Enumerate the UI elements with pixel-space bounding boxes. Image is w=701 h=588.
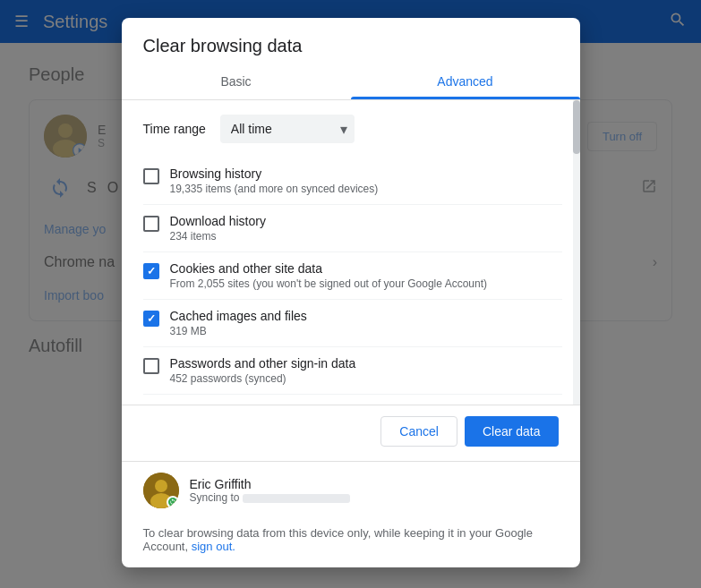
checkbox-passwords-label: Passwords and other sign-in data — [170, 356, 562, 371]
autofill-section: Autofill form data — [143, 395, 562, 405]
svg-point-4 — [155, 480, 167, 492]
checkbox-cookies: Cookies and other site data From 2,055 s… — [143, 252, 562, 300]
account-sync-text: Syncing to — [190, 491, 559, 504]
clear-data-button[interactable]: Clear data — [465, 416, 559, 447]
cancel-button[interactable]: Cancel — [380, 416, 457, 447]
account-name: Eric Griffith — [190, 477, 559, 491]
checkbox-browsing-history: Browsing history 19,335 items (and more … — [143, 158, 562, 205]
checkbox-download-history: Download history 234 items — [143, 205, 562, 252]
signout-section: To clear browsing data from this device … — [122, 519, 580, 567]
dialog-body: Time range All time Last hour Last 24 ho… — [122, 100, 580, 405]
checkbox-download-history-input[interactable] — [143, 216, 159, 232]
time-range-select-wrapper: All time Last hour Last 24 hours Last 7 … — [220, 115, 355, 143]
checkbox-browsing-history-label: Browsing history — [170, 166, 562, 181]
account-sync-badge — [167, 496, 179, 508]
checkbox-cached-images-label: Cached images and files — [170, 309, 562, 323]
account-info: Eric Griffith Syncing to — [190, 477, 559, 504]
checkbox-autofill: Autofill form data — [143, 402, 562, 405]
dialog-title: Clear browsing data — [122, 18, 580, 56]
account-avatar — [143, 473, 179, 508]
scrollbar-track — [573, 100, 580, 405]
checkbox-passwords: Passwords and other sign-in data 452 pas… — [143, 347, 562, 395]
checkbox-browsing-history-text: Browsing history 19,335 items (and more … — [170, 166, 562, 195]
dialog-scroll-area: Time range All time Last hour Last 24 ho… — [122, 100, 580, 405]
checkbox-cached-images-text: Cached images and files 319 MB — [170, 309, 562, 337]
time-range-select[interactable]: All time Last hour Last 24 hours Last 7 … — [220, 115, 355, 143]
modal-overlay: Clear browsing data Basic Advanced Time … — [0, 0, 701, 588]
checkbox-passwords-input[interactable] — [143, 358, 159, 374]
dialog-tabs: Basic Advanced — [122, 64, 580, 100]
checkbox-passwords-text: Passwords and other sign-in data 452 pas… — [170, 356, 562, 385]
account-section: Eric Griffith Syncing to — [122, 461, 580, 519]
checkbox-download-history-text: Download history 234 items — [170, 214, 562, 243]
checkbox-cookies-label: Cookies and other site data — [170, 261, 562, 276]
clear-browsing-data-dialog: Clear browsing data Basic Advanced Time … — [122, 18, 580, 567]
checkbox-download-history-label: Download history — [170, 214, 562, 228]
checkbox-download-history-desc: 234 items — [170, 230, 562, 243]
checkbox-cookies-desc: From 2,055 sites (you won't be signed ou… — [170, 277, 562, 290]
checkbox-cached-images: Cached images and files 319 MB — [143, 300, 562, 347]
checkbox-cached-images-desc: 319 MB — [170, 325, 562, 337]
time-range-row: Time range All time Last hour Last 24 ho… — [143, 115, 562, 143]
checkbox-cookies-input[interactable] — [143, 263, 159, 279]
account-email-blurred — [243, 494, 350, 503]
scrollbar-thumb[interactable] — [573, 100, 580, 154]
checkbox-browsing-history-desc: 19,335 items (and more on synced devices… — [170, 183, 562, 195]
checkbox-cached-images-input[interactable] — [143, 311, 159, 327]
time-range-label: Time range — [143, 122, 206, 136]
tab-basic[interactable]: Basic — [122, 64, 351, 99]
checkbox-browsing-history-input[interactable] — [143, 168, 159, 184]
tab-advanced[interactable]: Advanced — [351, 64, 580, 99]
signout-link[interactable]: sign out. — [192, 540, 235, 553]
checkbox-cookies-text: Cookies and other site data From 2,055 s… — [170, 261, 562, 290]
dialog-footer: Cancel Clear data — [122, 405, 580, 461]
checkbox-passwords-desc: 452 passwords (synced) — [170, 372, 562, 385]
